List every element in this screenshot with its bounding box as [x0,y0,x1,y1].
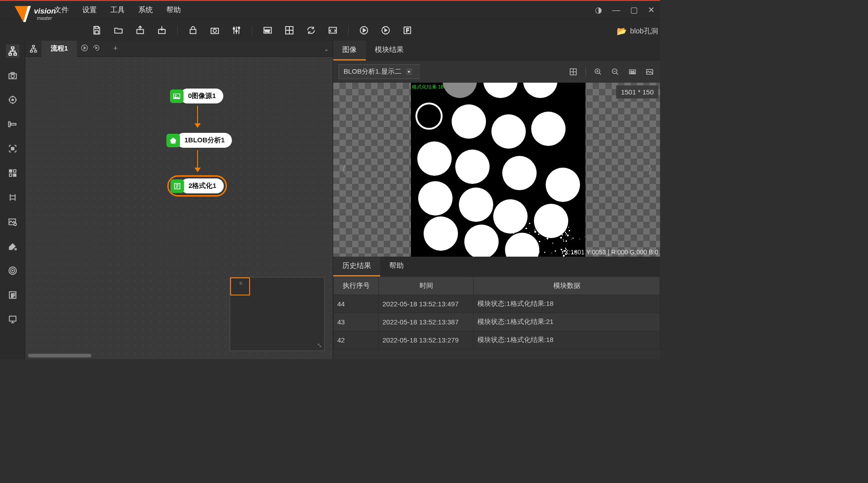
image-source-dropdown[interactable]: BLOB分析1.显示二 ▾ [339,64,420,79]
minimap[interactable]: ≡ ⤡ [230,277,325,351]
th-data: 模块数据 [474,277,660,295]
script-icon[interactable] [326,24,339,37]
svg-rect-26 [8,122,10,127]
menu-help[interactable]: 帮助 [166,5,181,15]
left-toolbox-rail: IF [0,41,25,359]
rail-roi-icon[interactable] [6,142,19,155]
close-button[interactable]: ✕ [648,5,655,15]
rail-flow-icon[interactable] [6,44,19,58]
format-icon [170,179,184,193]
svg-rect-30 [13,170,16,173]
camera-icon[interactable] [208,24,221,37]
clock-icon[interactable]: ◑ [595,5,602,15]
menu-tools[interactable]: 工具 [110,5,125,15]
export-icon[interactable] [134,24,146,37]
add-flow-icon[interactable]: + [113,44,118,53]
prev-image-icon[interactable]: 〈 [336,163,347,177]
open-icon[interactable] [112,24,125,37]
maximize-button[interactable]: ▢ [630,5,638,15]
fullscreen-icon[interactable] [645,67,655,77]
svg-rect-23 [11,73,14,74]
flow-dropdown-icon[interactable]: ⌄ [324,45,329,52]
rail-output-icon[interactable] [6,313,19,326]
next-image-icon[interactable]: 〉 [647,163,658,177]
node-label: 0图像源1 [180,89,223,103]
run-loop-icon[interactable] [92,44,100,53]
zoom-in-icon[interactable] [593,67,603,77]
rail-tool1-icon[interactable] [6,117,19,131]
flow-group-icon[interactable] [25,45,42,53]
h-scrollbar[interactable] [28,354,329,358]
th-seq: 执行序号 [334,277,379,295]
tab-image[interactable]: 图像 [333,41,366,61]
refresh-icon[interactable] [305,24,317,37]
rail-image-tool-icon[interactable] [6,215,19,229]
expand-icon[interactable]: ⤡ [317,342,322,349]
svg-rect-29 [9,170,12,173]
brand-logo: vision master [13,5,77,23]
flow-panel: 流程1 + ⌄ 0图像源1 1BLOB分析1 [25,41,333,359]
play-loop-icon[interactable] [379,24,392,37]
minimize-button[interactable]: — [612,5,620,15]
svg-rect-19 [9,53,11,56]
overlay-result-text: 格式化结果 18 [412,84,443,90]
tab-history[interactable]: 历史结果 [333,257,380,277]
grid-icon[interactable] [568,67,578,77]
svg-rect-32 [13,174,16,177]
save-icon[interactable] [90,24,103,37]
tab-module-result[interactable]: 模块结果 [366,41,413,61]
menu-settings[interactable]: 设置 [82,5,97,15]
history-table: 执行序号 时间 模块数据 442022-05-18 13:52:13:497模块… [333,277,660,349]
form-icon[interactable]: F [401,24,414,37]
svg-point-6 [213,29,216,32]
image-icon [170,89,184,103]
rail-spiral-icon[interactable] [6,264,19,277]
svg-rect-44 [34,50,37,52]
flow-tab-1[interactable]: 流程1 [42,41,77,57]
svg-text:IF: IF [11,293,15,298]
rail-target-icon[interactable] [6,93,19,107]
run-once-icon[interactable] [80,44,89,53]
minimap-viewport[interactable]: ≡ [230,277,250,295]
play-icon[interactable] [358,24,370,37]
svg-rect-0 [95,26,98,28]
node-blob-analysis[interactable]: 1BLOB分析1 [166,133,232,148]
rail-camera-icon[interactable] [6,69,19,82]
svg-point-7 [233,28,235,29]
svg-rect-4 [190,29,196,33]
image-viewer[interactable]: 格式化结果 18 〈 〉 1501 * 150 X:1301 Y:0053 | … [333,83,660,257]
brand-text: vision [34,7,56,15]
folder-icon: 📂 [617,26,627,36]
node-label: 1BLOB分析1 [176,133,232,148]
blob-output-image [411,83,585,257]
image-dimensions: 1501 * 150 [616,85,658,98]
bottom-tabs: 历史结果 帮助 [333,257,660,277]
table-row[interactable]: 442022-05-18 13:52:13:497模块状态:1格式化结果:18 [334,295,660,313]
svg-rect-41 [9,316,16,321]
node-image-source[interactable]: 0图像源1 [170,89,223,103]
table-row[interactable]: 422022-05-18 13:52:13:279模块状态:1格式化结果:18 [334,331,660,349]
tab-help[interactable]: 帮助 [380,257,413,277]
fit-icon[interactable]: 1:1 [627,67,637,77]
pixel-readout: X:1301 Y:0053 | R:000 G:000 B:0 [565,249,658,256]
variables-icon[interactable]: var [261,24,274,37]
node-format-selected[interactable]: 2格式化1 [167,175,227,197]
rail-paint-icon[interactable] [6,239,19,253]
svg-point-35 [14,249,16,250]
sliders-icon[interactable] [230,24,243,37]
table-row[interactable]: 432022-05-18 13:52:13:387模块状态:1格式化结果:21 [334,313,660,331]
rail-if-icon[interactable]: IF [6,288,19,302]
svg-rect-43 [30,50,33,52]
th-time: 时间 [379,277,474,295]
layout-icon[interactable] [283,24,296,37]
edge-1 [197,106,198,127]
flow-canvas[interactable]: 0图像源1 1BLOB分析1 2格式化1 ≡ ⤡ [25,57,333,359]
solution-dropdown[interactable]: 📂 blob孔洞 [617,26,658,36]
lock-icon[interactable] [187,24,199,37]
rail-pattern-icon[interactable] [6,166,19,180]
image-source-label: BLOB分析1.显示二 [344,67,401,76]
zoom-out-icon[interactable] [610,67,620,77]
rail-measure-icon[interactable] [6,191,19,204]
import-icon[interactable] [156,24,168,37]
menu-system[interactable]: 系统 [138,5,153,15]
